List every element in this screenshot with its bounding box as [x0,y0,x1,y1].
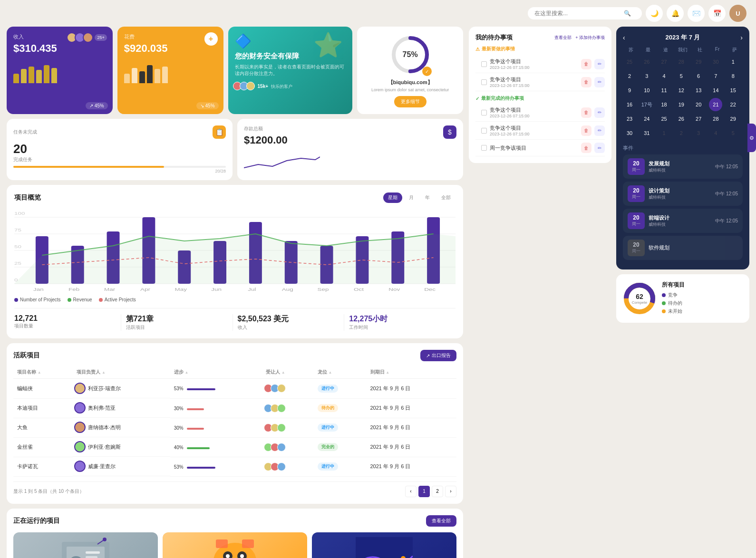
cal-day-14[interactable]: 14 [709,84,722,97]
cal-day-28[interactable]: 28 [709,112,722,125]
todo-edit-button-1[interactable]: ✏ [594,59,605,69]
cal-day-9[interactable]: 9 [623,84,636,97]
cal-day-25[interactable]: 25 [658,112,671,125]
bar-2 [21,69,27,83]
cal-day-24[interactable]: 24 [640,112,653,125]
cal-day-31[interactable]: 31 [640,126,653,140]
calendar-prev-button[interactable]: ‹ [623,34,625,41]
cal-day-1[interactable]: 1 [727,55,740,68]
cal-day-25-prev[interactable]: 25 [623,55,636,68]
todo-edit-button-3[interactable]: ✏ [594,107,605,118]
todo-delete-button-4[interactable]: 🗑 [581,125,591,136]
cal-day-12[interactable]: 12 [675,84,688,97]
cal-day-28-prev[interactable]: 28 [675,55,688,68]
revenue-amount: $310.435 [13,42,106,55]
todo-edit-button-5[interactable]: ✏ [594,143,605,153]
todo-checkbox-1[interactable] [481,61,487,67]
view-all-button[interactable]: 查看全部 [426,515,456,527]
cal-day-15[interactable]: 15 [727,84,740,97]
search-input[interactable] [534,10,620,17]
cal-day-1-next[interactable]: 1 [658,126,671,140]
tab-all[interactable]: 全部 [436,192,456,203]
calendar-icon-button[interactable]: 📅 [708,5,726,22]
cal-day-3-next[interactable]: 3 [692,126,705,140]
search-box[interactable]: 🔍 [528,7,642,19]
todo-edit-button-2[interactable]: ✏ [594,77,605,87]
gauge-percent-text: 75% [403,50,418,59]
due-cell: 2021 年 9 月 6 日 [367,418,457,437]
cal-day-22[interactable]: 22 [727,98,740,111]
cal-day-6[interactable]: 6 [692,69,705,83]
todo-checkbox-2[interactable] [481,79,487,85]
tab-week[interactable]: 星期 [383,192,402,203]
check-icon: ✓ [475,96,479,101]
cal-day-26-prev[interactable]: 26 [640,55,653,68]
calendar-grid[interactable]: 25 26 27 28 29 30 1 2 3 4 5 6 7 [623,55,743,140]
project-overview-tabs[interactable]: 星期 月 年 全部 [383,192,456,203]
cal-day-16[interactable]: 16 [623,98,636,111]
col-manager: 项目负责人 ▲ [73,366,170,379]
cal-day-19[interactable]: 19 [675,98,688,111]
cal-day-30-prev[interactable]: 30 [709,55,722,68]
cal-day-21-today[interactable]: 21 [709,98,722,111]
cal-day-4-next[interactable]: 4 [709,126,722,140]
cal-day-30[interactable]: 30 [623,126,636,140]
todo-checkbox-4[interactable] [481,128,487,134]
cal-day-29-prev[interactable]: 29 [692,55,705,68]
cal-day-27[interactable]: 27 [692,112,705,125]
cal-day-17[interactable]: 17号 [640,98,653,111]
next-page-button[interactable]: › [445,486,456,497]
todo-edit-button-4[interactable]: ✏ [594,125,605,136]
cal-day-8[interactable]: 8 [727,69,740,83]
chart-legend: Number of Projects Revenue Active Projec… [14,297,456,302]
add-expense-button[interactable]: + [204,32,218,46]
cal-day-2-next[interactable]: 2 [675,126,688,140]
col-project-name: 项目名称 ▲ [13,366,73,379]
cal-day-13[interactable]: 13 [692,84,705,97]
export-report-button[interactable]: ↗ 出口报告 [420,350,456,361]
project-overview-section: 项目概览 星期 月 年 全部 100 75 [7,185,463,338]
mail-icon-button[interactable]: ✉️ [688,5,705,22]
theme-toggle-button[interactable]: 🌙 [646,5,663,22]
rp-card-image-weekly [312,532,456,558]
cal-day-4[interactable]: 4 [658,69,671,83]
cal-day-3[interactable]: 3 [640,69,653,83]
label-compete: 竞争 [668,292,678,298]
todo-checkbox-5[interactable] [481,145,487,151]
todo-add-link[interactable]: + 添加待办事项 [575,35,605,41]
stat-revenue: $2,50,523 美元 收入 [233,314,345,331]
pagination-buttons[interactable]: ‹ 1 2 › [405,486,456,497]
cal-day-10[interactable]: 10 [640,84,653,97]
cal-day-20[interactable]: 20 [692,98,705,111]
page-2-button[interactable]: 2 [432,486,443,497]
cal-day-29[interactable]: 29 [727,112,740,125]
cal-day-5-next[interactable]: 5 [727,126,740,140]
calendar-next-button[interactable]: › [740,34,743,41]
todo-see-all-link[interactable]: 查看全部 [554,35,572,41]
bell-icon-button[interactable]: 🔔 [667,5,684,22]
todo-actions[interactable]: 查看全部 + 添加待办事项 [554,35,605,41]
todo-delete-button-5[interactable]: 🗑 [581,143,591,153]
cal-day-5[interactable]: 5 [675,69,688,83]
todo-delete-button-1[interactable]: 🗑 [581,59,591,69]
overview-stats-row: 12,721 项目数量 第721章 活跃项目 $2,50,523 美元 收入 1… [14,308,456,331]
cal-day-26[interactable]: 26 [675,112,688,125]
avatar[interactable]: U [729,5,746,22]
cal-day-23[interactable]: 23 [623,112,636,125]
prev-page-button[interactable]: ‹ [405,486,417,497]
cal-day-18[interactable]: 18 [658,98,671,111]
gauge-detail-button[interactable]: 更多细节 [394,96,426,107]
todo-date-3: 2023-12-26 07:15:00 [490,114,578,118]
tab-month[interactable]: 月 [404,192,418,203]
todo-delete-button-3[interactable]: 🗑 [581,107,591,118]
cal-day-11[interactable]: 11 [658,84,671,97]
cal-day-27-prev[interactable]: 27 [658,55,671,68]
cal-day-7[interactable]: 7 [709,69,722,83]
settings-toggle-button[interactable]: ⚙ [747,124,756,152]
manager-cell: 唐纳德本·杰明 [73,418,170,437]
todo-delete-button-2[interactable]: 🗑 [581,77,591,87]
page-1-button[interactable]: 1 [418,486,430,497]
cal-day-2[interactable]: 2 [623,69,636,83]
tab-year[interactable]: 年 [420,192,435,203]
todo-checkbox-3[interactable] [481,110,487,115]
